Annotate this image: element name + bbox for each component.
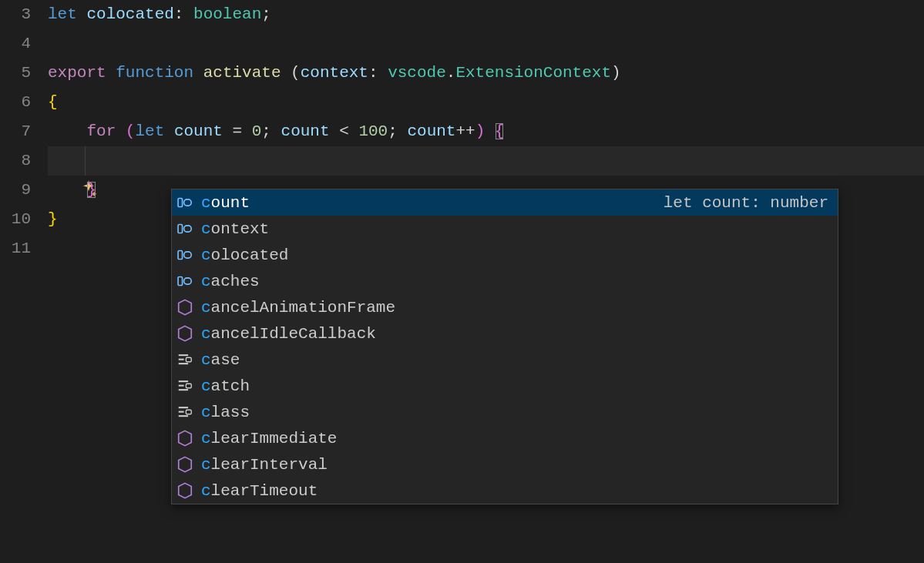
line-number: 4 xyxy=(0,29,31,59)
brace-open: { xyxy=(48,93,58,111)
type: ExtensionContext xyxy=(455,64,611,82)
parameter: context xyxy=(301,64,368,82)
suggestion-item[interactable]: countlet count: number xyxy=(172,189,838,216)
number: 0 xyxy=(252,122,262,140)
suggestion-item[interactable]: clearInterval xyxy=(172,451,838,478)
op-inc: ++ xyxy=(455,122,475,140)
method-icon xyxy=(175,325,195,342)
rparen: ) xyxy=(611,64,621,82)
variable: count xyxy=(281,122,330,140)
variable-icon xyxy=(175,194,195,211)
svg-rect-12 xyxy=(179,380,188,382)
suggestion-label: cancelIdleCallback xyxy=(201,325,376,343)
method-icon xyxy=(175,430,195,447)
rparen: ) xyxy=(475,122,486,140)
code-line[interactable] xyxy=(48,29,924,59)
semicolon: ; xyxy=(261,5,271,23)
variable-icon xyxy=(175,220,195,237)
line-number-gutter: 3 4 5 6 7 8 9 10 11 xyxy=(0,0,48,563)
function-name: activate xyxy=(203,64,281,82)
suggestion-label: count xyxy=(201,194,250,212)
code-line[interactable]: let colocated: boolean; xyxy=(48,0,924,29)
colon: : xyxy=(368,64,378,82)
keyword-let: let xyxy=(48,5,77,23)
svg-rect-19 xyxy=(179,415,188,417)
brace-close: } xyxy=(48,210,58,228)
op-eq: = xyxy=(233,122,243,140)
svg-rect-8 xyxy=(179,354,188,356)
variable-icon xyxy=(175,273,195,290)
lparen: ( xyxy=(126,122,136,140)
suggestion-label: caches xyxy=(201,273,260,290)
suggestion-item[interactable]: colocated xyxy=(172,242,838,268)
intellisense-suggest-widget[interactable]: countlet count: numbercontextcolocatedca… xyxy=(171,189,838,504)
lparen: ( xyxy=(281,64,301,82)
sparkle-icon[interactable] xyxy=(0,149,22,171)
line-number: 3 xyxy=(0,0,31,29)
code-line[interactable]: for (let count = 0; count < 100; count++… xyxy=(48,117,924,146)
method-icon xyxy=(175,482,195,499)
suggestion-item[interactable]: context xyxy=(172,216,838,242)
suggestion-label: clearInterval xyxy=(201,456,328,474)
keyword-let: let xyxy=(135,122,164,140)
brace-open: { xyxy=(495,122,505,140)
line-number: 11 xyxy=(0,234,31,263)
variable-icon xyxy=(175,246,195,263)
type: boolean xyxy=(193,5,261,23)
svg-rect-5 xyxy=(184,252,192,258)
suggestion-detail: let count: number xyxy=(664,194,835,212)
suggestion-item[interactable]: catch xyxy=(172,373,838,399)
suggestion-label: colocated xyxy=(201,246,288,264)
code-line[interactable]: export function activate (context: vscod… xyxy=(48,59,924,88)
svg-rect-9 xyxy=(179,359,184,360)
svg-rect-18 xyxy=(186,410,191,414)
suggestion-item[interactable]: class xyxy=(172,399,838,425)
svg-rect-15 xyxy=(179,389,188,390)
svg-rect-13 xyxy=(179,385,184,387)
svg-rect-16 xyxy=(179,407,188,408)
variable: count xyxy=(174,122,223,140)
code-line[interactable]: { xyxy=(48,88,924,117)
dot: . xyxy=(446,64,456,82)
suggestion-item[interactable]: caches xyxy=(172,268,838,294)
method-icon xyxy=(175,456,195,473)
keyword-icon xyxy=(175,351,195,368)
svg-rect-0 xyxy=(178,199,183,207)
semicolon: ; xyxy=(388,122,398,140)
suggestion-item[interactable]: clearTimeout xyxy=(172,478,838,504)
svg-rect-11 xyxy=(179,363,188,364)
code-line-current[interactable]: c xyxy=(48,146,924,176)
suggestion-item[interactable]: case xyxy=(172,347,838,373)
suggestion-label: case xyxy=(201,351,240,369)
line-number: 6 xyxy=(0,88,31,117)
svg-rect-6 xyxy=(178,277,183,286)
method-icon xyxy=(175,299,195,316)
keyword-icon xyxy=(175,404,195,421)
suggestion-item[interactable]: cancelIdleCallback xyxy=(172,320,838,347)
brace-close: } xyxy=(86,181,96,199)
suggestion-label: clearTimeout xyxy=(201,482,318,500)
suggestion-label: clearImmediate xyxy=(201,430,337,447)
svg-rect-2 xyxy=(178,225,183,233)
keyword-export: export xyxy=(48,64,106,82)
line-number: 7 xyxy=(0,117,31,146)
svg-rect-7 xyxy=(184,278,192,284)
colon: : xyxy=(174,5,184,23)
suggestion-label: catch xyxy=(201,377,250,395)
keyword-function: function xyxy=(116,64,193,82)
suggestion-label: cancelAnimationFrame xyxy=(201,299,395,317)
keyword-icon xyxy=(175,377,195,394)
suggestion-item[interactable]: cancelAnimationFrame xyxy=(172,294,838,320)
semicolon: ; xyxy=(261,122,271,140)
svg-rect-14 xyxy=(186,384,191,388)
suggestion-label: class xyxy=(201,404,250,421)
op-lt: < xyxy=(339,122,349,140)
line-number: 5 xyxy=(0,59,31,88)
suggestion-item[interactable]: clearImmediate xyxy=(172,425,838,451)
svg-rect-17 xyxy=(179,411,184,413)
namespace: vscode xyxy=(388,64,446,82)
svg-rect-1 xyxy=(184,199,192,206)
suggestion-label: context xyxy=(201,220,269,238)
svg-rect-3 xyxy=(184,226,192,232)
keyword-for: for xyxy=(86,122,116,140)
